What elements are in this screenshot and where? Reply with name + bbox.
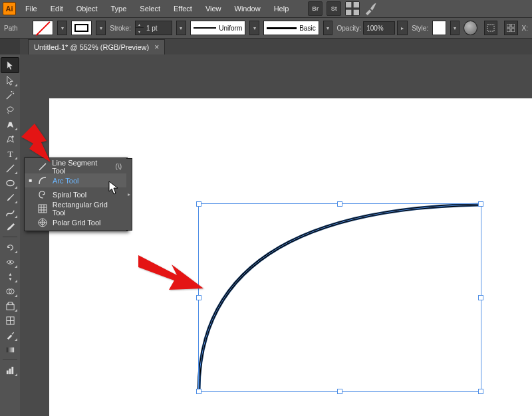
rect-grid-icon — [37, 204, 48, 213]
stroke-weight-down[interactable]: ▾ — [136, 28, 144, 35]
paintbrush-tool[interactable] — [1, 190, 19, 205]
svg-rect-0 — [346, 2, 351, 7]
opacity-input[interactable] — [363, 21, 395, 35]
flyout-tearoff-handle[interactable]: ▸ — [126, 158, 132, 231]
pencil-icon — [5, 207, 15, 217]
svg-rect-17 — [6, 347, 13, 352]
pen-tool[interactable] — [1, 117, 19, 132]
handle-bot-left[interactable] — [196, 389, 201, 394]
rotate-tool[interactable] — [1, 240, 19, 255]
menu-window[interactable]: Window — [228, 0, 267, 17]
menu-view[interactable]: View — [199, 0, 228, 17]
fill-swatch[interactable] — [33, 21, 53, 35]
stroke-weight-menu[interactable]: ▾ — [176, 21, 186, 35]
app-logo-text: Ai — [3, 2, 16, 15]
handle-top-right[interactable] — [478, 201, 483, 207]
eyedropper-tool[interactable] — [1, 328, 19, 342]
document-tab[interactable]: Untitled-1* @ 552% (RGB/Preview) × — [28, 39, 165, 54]
style-swatch[interactable] — [432, 21, 446, 35]
align-button[interactable] — [484, 21, 497, 35]
rectangle-tool[interactable] — [1, 175, 19, 190]
line-tool-flyout: Line Segment Tool (\) ■ Arc Tool Spiral … — [24, 157, 128, 231]
handle-top-mid[interactable] — [337, 201, 342, 207]
shape-builder-tool[interactable] — [1, 284, 19, 298]
pen-curve-icon — [5, 134, 15, 144]
mesh-tool[interactable] — [1, 313, 19, 328]
pen-icon — [5, 120, 15, 130]
curvature-tool[interactable] — [1, 132, 19, 146]
recolor-artwork-button[interactable] — [464, 21, 477, 35]
menu-select[interactable]: Select — [133, 0, 167, 17]
cursor-icon — [5, 60, 15, 70]
lasso-tool[interactable] — [1, 102, 19, 117]
x-label: X: — [522, 25, 528, 32]
stroke-profile-menu[interactable]: ▾ — [249, 21, 259, 35]
menu-file[interactable]: File — [19, 0, 44, 17]
flyout-polar-grid[interactable]: Polar Grid Tool — [25, 215, 127, 229]
svg-point-12 — [9, 261, 11, 263]
selection-tool[interactable] — [1, 57, 19, 73]
opacity-label: Opacity: — [336, 25, 361, 32]
column-graph-tool[interactable] — [1, 363, 19, 377]
handle-mid-right[interactable] — [478, 295, 483, 300]
magic-wand-tool[interactable] — [1, 88, 19, 102]
stroke-weight-up[interactable]: ▴ — [136, 21, 144, 28]
graph-icon — [5, 365, 15, 375]
pencil-tool[interactable] — [1, 205, 19, 219]
menu-effect[interactable]: Effect — [167, 0, 199, 17]
polar-grid-icon — [37, 218, 48, 227]
rotate-icon — [5, 243, 15, 253]
type-icon: T — [5, 149, 15, 159]
flyout-spiral[interactable]: Spiral Tool — [25, 187, 127, 201]
gpu-button[interactable] — [364, 2, 377, 15]
bridge-button[interactable]: Br — [308, 1, 323, 16]
svg-rect-5 — [507, 24, 510, 27]
brush-select[interactable]: Basic — [263, 21, 319, 35]
menu-object[interactable]: Object — [70, 0, 104, 17]
stroke-swatch[interactable] — [71, 21, 92, 35]
handle-bot-right[interactable] — [478, 389, 483, 394]
arrange-documents-button[interactable] — [345, 1, 360, 16]
flyout-arc[interactable]: ■ Arc Tool — [25, 173, 127, 187]
spiral-icon — [37, 190, 48, 199]
opacity-menu[interactable]: ▸ — [397, 21, 408, 35]
flyout-item-shortcut: (\) — [116, 163, 122, 170]
align-icon — [487, 24, 495, 32]
rocket-icon — [364, 2, 377, 15]
stroke-weight-field[interactable]: ▴▾ — [135, 21, 172, 35]
line-tool[interactable] — [1, 161, 19, 175]
close-tab-button[interactable]: × — [154, 43, 159, 52]
mesh-icon — [5, 316, 15, 326]
width-tool[interactable] — [1, 255, 19, 269]
direct-selection-tool[interactable] — [1, 73, 19, 88]
fill-swatch-menu[interactable]: ▾ — [57, 21, 67, 35]
handle-top-left[interactable] — [196, 201, 201, 207]
control-bar: Path ▾ ▾ Stroke: ▴▾ ▾ Uniform ▾ Basic ▾ … — [0, 18, 532, 39]
gradient-tool[interactable] — [1, 342, 19, 357]
menu-type[interactable]: Type — [104, 0, 134, 17]
menu-edit[interactable]: Edit — [44, 0, 70, 17]
svg-rect-20 — [11, 366, 13, 373]
stroke-weight-input[interactable] — [144, 25, 172, 32]
canvas-area[interactable] — [20, 54, 532, 416]
style-label: Style: — [412, 25, 428, 32]
tool-panel: T — [0, 54, 21, 416]
stroke-profile-select[interactable]: Uniform — [190, 21, 245, 35]
svg-rect-6 — [511, 24, 515, 27]
type-tool[interactable]: T — [1, 146, 19, 161]
handle-bot-mid[interactable] — [337, 389, 342, 394]
selection-bounding-box[interactable] — [198, 203, 481, 392]
stroke-swatch-menu[interactable]: ▾ — [96, 21, 106, 35]
svg-rect-7 — [507, 29, 510, 32]
blob-icon — [5, 222, 15, 232]
blob-brush-tool[interactable] — [1, 219, 19, 234]
style-menu[interactable]: ▾ — [450, 21, 460, 35]
brush-menu[interactable]: ▾ — [323, 21, 333, 35]
flyout-rect-grid[interactable]: Rectangular Grid Tool — [25, 201, 127, 215]
transform-button[interactable] — [504, 21, 517, 35]
menu-help[interactable]: Help — [267, 0, 296, 17]
free-transform-tool[interactable] — [1, 269, 19, 284]
stock-button[interactable]: St — [327, 1, 341, 16]
artboard[interactable] — [49, 98, 532, 416]
perspective-tool[interactable] — [1, 298, 19, 313]
